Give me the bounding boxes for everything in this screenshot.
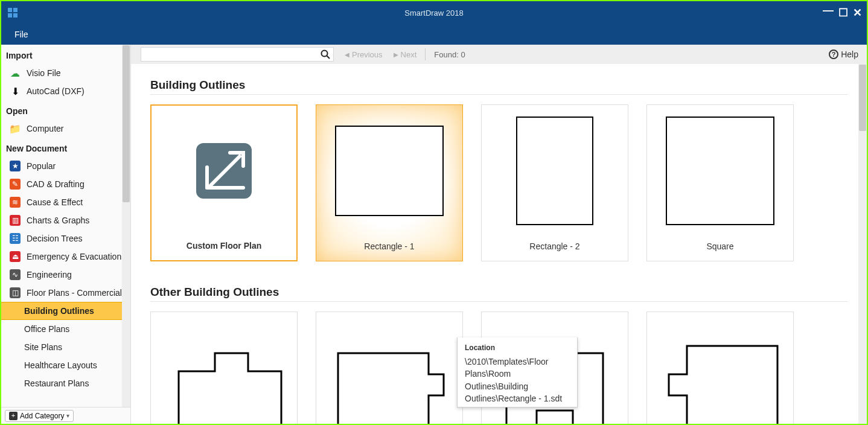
sidebar-item-charts[interactable]: ▥Charts & Graphs bbox=[1, 211, 130, 229]
template-label: Rectangle - 2 bbox=[529, 241, 579, 251]
sidebar: Import ☁ Visio File ⬇ AutoCad (DXF) Open… bbox=[1, 45, 131, 424]
download-icon: ⬇ bbox=[10, 86, 21, 97]
sidebar-item-cad[interactable]: ✎CAD & Drafting bbox=[1, 175, 130, 193]
sidebar-item-cause-effect[interactable]: ≋Cause & Effect bbox=[1, 193, 130, 211]
sidebar-item-label: Office Plans bbox=[24, 324, 69, 334]
template-thumb bbox=[647, 105, 793, 237]
sidebar-item-engineering[interactable]: ∿Engineering bbox=[1, 266, 130, 284]
previous-button[interactable]: ◀Previous bbox=[345, 50, 383, 59]
cloud-upload-icon: ☁ bbox=[10, 68, 21, 78]
sidebar-sub-restaurant[interactable]: Restaurant Plans bbox=[1, 374, 130, 392]
menu-bar: File bbox=[1, 24, 867, 45]
triangle-left-icon: ◀ bbox=[345, 51, 349, 58]
plus-icon: + bbox=[9, 412, 18, 420]
sidebar-item-label: Floor Plans - Commercial bbox=[27, 288, 122, 298]
sidebar-item-label: Emergency & Evacuation bbox=[27, 252, 121, 261]
template-thumb bbox=[647, 312, 793, 424]
next-button[interactable]: ▶Next bbox=[394, 50, 417, 59]
previous-label: Previous bbox=[352, 50, 383, 59]
search-input[interactable] bbox=[141, 47, 334, 62]
template-card-other4[interactable] bbox=[646, 312, 794, 424]
sidebar-item-decision-trees[interactable]: ☷Decision Trees bbox=[1, 229, 130, 248]
template-card-square[interactable]: Square bbox=[646, 104, 794, 261]
folder-icon: 📁 bbox=[10, 123, 21, 134]
search-icon bbox=[320, 49, 331, 60]
tree-icon: ☷ bbox=[10, 233, 21, 244]
sidebar-item-emergency[interactable]: ⏏Emergency & Evacuation bbox=[1, 248, 130, 266]
template-card-other1[interactable] bbox=[150, 312, 298, 424]
svg-rect-3 bbox=[13, 13, 18, 18]
add-category-button[interactable]: + Add Category ▾ bbox=[5, 410, 74, 422]
sidebar-item-label: Charts & Graphs bbox=[27, 216, 89, 225]
ruler-icon: ✎ bbox=[10, 179, 21, 190]
template-card-rect2[interactable]: Rectangle - 2 bbox=[481, 104, 628, 261]
add-category-label: Add Category bbox=[20, 412, 64, 420]
sidebar-item-label: Site Plans bbox=[24, 342, 62, 352]
content-area: ◀Previous ▶Next Found: 0 ? Help Building… bbox=[131, 45, 867, 424]
add-category-bar: + Add Category ▾ bbox=[1, 407, 130, 424]
window-controls: — ☐ ✕ bbox=[823, 7, 867, 18]
separator bbox=[425, 48, 426, 60]
svg-point-4 bbox=[322, 51, 328, 57]
wave-icon: ∿ bbox=[10, 269, 21, 280]
sidebar-item-floor-plans[interactable]: ◫Floor Plans - Commercial bbox=[1, 284, 130, 302]
sidebar-item-computer[interactable]: 📁 Computer bbox=[1, 120, 130, 138]
sidebar-item-label: Visio File bbox=[27, 68, 61, 78]
sidebar-item-label: CAD & Drafting bbox=[27, 179, 85, 189]
found-count: Found: 0 bbox=[434, 50, 465, 59]
template-card-other2[interactable] bbox=[316, 312, 463, 424]
sidebar-sub-building-outlines[interactable]: Building Outlines bbox=[1, 302, 130, 320]
tooltip-body: \2010\Templates\Floor Plans\Room Outline… bbox=[465, 356, 570, 404]
help-icon: ? bbox=[829, 50, 838, 59]
tooltip-heading: Location bbox=[465, 344, 570, 352]
svg-rect-12 bbox=[666, 117, 774, 225]
location-tooltip: Location \2010\Templates\Floor Plans\Roo… bbox=[457, 337, 578, 407]
title-bar: SmartDraw 2018 — ☐ ✕ bbox=[1, 1, 867, 24]
svg-rect-10 bbox=[336, 126, 443, 216]
sidebar-item-label: Computer bbox=[27, 124, 63, 133]
menu-file[interactable]: File bbox=[14, 30, 28, 39]
sidebar-section-newdoc: New Document bbox=[1, 138, 130, 157]
minimize-button[interactable]: — bbox=[823, 5, 834, 16]
sidebar-item-autocad[interactable]: ⬇ AutoCad (DXF) bbox=[1, 82, 130, 100]
sidebar-scrollbar[interactable] bbox=[122, 45, 130, 407]
svg-rect-0 bbox=[8, 8, 12, 12]
gallery-scrollbar[interactable] bbox=[858, 64, 867, 424]
sidebar-item-label: Cause & Effect bbox=[27, 197, 83, 207]
sidebar-item-popular[interactable]: ★Popular bbox=[1, 157, 130, 175]
help-button[interactable]: ? Help bbox=[829, 50, 858, 59]
svg-rect-2 bbox=[8, 13, 12, 18]
divider bbox=[150, 94, 847, 95]
sidebar-item-label: Engineering bbox=[27, 270, 72, 280]
template-label: Custom Floor Plan bbox=[187, 241, 261, 251]
next-label: Next bbox=[401, 50, 417, 59]
template-thumb bbox=[316, 312, 462, 424]
sidebar-section-import: Import bbox=[1, 45, 130, 64]
template-thumb bbox=[151, 312, 297, 424]
app-logo-icon bbox=[1, 1, 24, 24]
close-button[interactable]: ✕ bbox=[853, 7, 862, 18]
template-card-custom[interactable]: Custom Floor Plan bbox=[150, 104, 298, 261]
section-title: Building Outlines bbox=[150, 78, 847, 92]
star-icon: ★ bbox=[10, 161, 21, 171]
svg-rect-1 bbox=[13, 8, 18, 12]
section-title: Other Building Outlines bbox=[150, 286, 847, 299]
floorplan-icon: ◫ bbox=[10, 287, 21, 298]
template-thumb bbox=[152, 106, 296, 236]
sidebar-item-label: AutoCad (DXF) bbox=[27, 86, 85, 96]
sidebar-item-label: Healthcare Layouts bbox=[24, 360, 97, 370]
sidebar-sub-site-plans[interactable]: Site Plans bbox=[1, 338, 130, 356]
fishbone-icon: ≋ bbox=[10, 197, 21, 208]
sidebar-item-visio[interactable]: ☁ Visio File bbox=[1, 64, 130, 82]
sidebar-item-label: Decision Trees bbox=[27, 234, 83, 243]
maximize-button[interactable]: ☐ bbox=[838, 7, 848, 18]
template-gallery: Building Outlines Custom Floor Plan Rect… bbox=[131, 64, 867, 424]
template-thumb bbox=[482, 105, 628, 237]
sidebar-item-label: Building Outlines bbox=[24, 306, 94, 316]
sidebar-section-open: Open bbox=[1, 100, 130, 120]
sidebar-item-label: Restaurant Plans bbox=[24, 379, 89, 388]
sidebar-sub-office-plans[interactable]: Office Plans bbox=[1, 320, 130, 338]
template-card-rect1[interactable]: Rectangle - 1 bbox=[316, 104, 463, 261]
sidebar-sub-healthcare[interactable]: Healthcare Layouts bbox=[1, 356, 130, 374]
svg-rect-11 bbox=[517, 117, 593, 225]
